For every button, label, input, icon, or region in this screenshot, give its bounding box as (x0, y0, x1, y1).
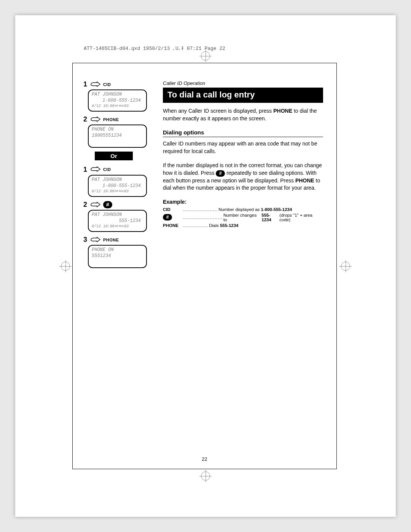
lcd-screen: PAT JOHNSON 1-800-555-1234 8/12 10:06AMN… (88, 89, 147, 112)
step-number: 1 (83, 166, 87, 174)
pointing-hand-icon (89, 116, 101, 123)
example-row-phone: PHONE ................ Dials 555-1234 (163, 223, 323, 228)
lcd-line: PHONE ON (92, 127, 143, 133)
lcd-screen: PHONE ON 18005551234 (88, 125, 147, 148)
pointing-hand-icon (89, 81, 101, 88)
hash-key-icon: # (216, 170, 225, 177)
step-number: 3 (83, 236, 87, 244)
step-number: 1 (83, 80, 87, 88)
dialing-paragraph-1: Caller ID numbers may appear with an are… (163, 140, 323, 155)
lcd-line: PAT JOHNSON (92, 92, 143, 98)
section-label: Caller ID Operation (163, 80, 323, 86)
print-job-header: ATT-1465CIB-d04.qxd 1950/2/13 ､U､ﾈ 07:21… (84, 46, 225, 51)
pointing-hand-icon (89, 236, 101, 243)
step-number: 2 (83, 201, 87, 209)
lcd-line: 18005551234 (92, 133, 143, 139)
page-title: To dial a call log entry (163, 88, 323, 103)
lcd-screen: PAT JOHNSON 555-1234 8/12 10:06AMNEW03 (88, 210, 147, 232)
seqA-step1: 1 CID (83, 80, 154, 88)
lcd-line: 1-800-555-1234 (92, 183, 143, 189)
lcd-line: 8/12 10:06AMNEW03 (92, 104, 143, 109)
or-divider: Or (95, 152, 133, 160)
lcd-line: PAT JOHNSON (92, 177, 143, 183)
hash-key-icon: # (163, 214, 172, 220)
dialing-paragraph-2: If the number displayed is not in the co… (163, 162, 323, 192)
step-label: PHONE (103, 238, 119, 242)
seqB-step1: 1 CID (83, 166, 154, 174)
lcd-screen: PAT JOHNSON 1-800-555-1234 8/12 10:06AMN… (88, 175, 147, 197)
content-frame: 1 CID PAT JOHNSON 1-800-555-1234 8/12 10… (72, 63, 337, 469)
lcd-line: 8/12 10:06AMNEW03 (92, 224, 143, 229)
crop-mark-top (201, 51, 210, 61)
subhead-example: Example: (163, 199, 323, 205)
seqB-step3: 3 PHONE (83, 236, 154, 244)
seqB-step2: 2 # (83, 201, 154, 209)
page: ATT-1465CIB-d04.qxd 1950/2/13 ､U､ﾈ 07:21… (15, 15, 396, 517)
lcd-line: PHONE ON (92, 247, 143, 253)
pointing-hand-icon (89, 166, 101, 173)
crop-mark-left (61, 262, 70, 271)
lcd-line: PAT JOHNSON (92, 212, 143, 218)
sidebar: 1 CID PAT JOHNSON 1-800-555-1234 8/12 10… (83, 80, 154, 461)
step-label: CID (103, 82, 111, 87)
step-label: CID (103, 167, 111, 172)
crop-mark-bottom (201, 471, 210, 481)
page-number: 22 (73, 456, 336, 462)
hash-key-icon: # (103, 201, 112, 208)
lcd-line: 555-1234 (92, 218, 143, 224)
lcd-line: 8/12 10:06AMNEW03 (92, 189, 143, 194)
step-label: PHONE (103, 117, 119, 122)
seqA-step2: 2 PHONE (83, 115, 154, 123)
step-number: 2 (83, 115, 87, 123)
example-row-hash: # ......................... Number chang… (163, 213, 323, 222)
intro-paragraph: When any Caller ID screen is displayed, … (163, 107, 323, 122)
lcd-line: 5551234 (92, 253, 143, 259)
subhead-dialing-options: Dialing options (163, 129, 323, 136)
crop-mark-right (341, 262, 350, 271)
example-row-cid: CID ...................... Number displa… (163, 207, 323, 212)
divider (163, 137, 323, 137)
main-content: Caller ID Operation To dial a call log e… (163, 80, 323, 461)
lcd-screen: PHONE ON 5551234 (88, 245, 147, 268)
lcd-line: 1-800-555-1234 (92, 98, 143, 104)
pointing-hand-icon (89, 201, 101, 208)
